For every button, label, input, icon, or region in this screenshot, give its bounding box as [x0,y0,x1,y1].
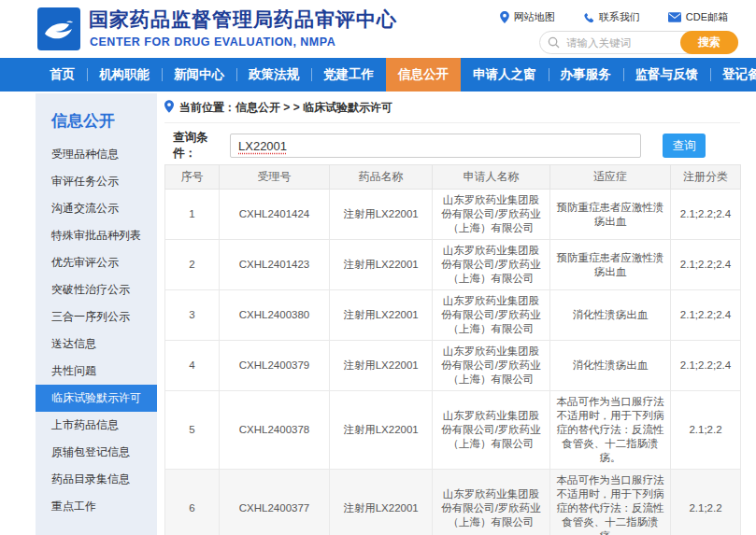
table-row[interactable]: 1CXHL2401424注射用LX22001山东罗欣药业集团股份有限公司/罗欣药… [165,190,741,240]
cell-applicant: 山东罗欣药业集团股份有限公司/罗欣药业（上海）有限公司 [433,341,550,391]
cell-drug-name: 注射用LX22001 [330,240,433,290]
sidebar-list: 受理品种信息审评任务公示沟通交流公示特殊审批品种列表优先审评公示突破性治疗公示三… [36,141,157,520]
search-button[interactable]: 搜索 [680,31,738,54]
sidebar-item-共性问题[interactable]: 共性问题 [36,358,157,385]
cell-applicant: 山东罗欣药业集团股份有限公司/罗欣药业（上海）有限公司 [433,240,550,290]
nav-item-机构职能[interactable]: 机构职能 [87,58,162,92]
query-label: 查询条件： [173,130,230,162]
cell-acceptance-no: CXHL2400377 [220,470,330,535]
cell-category: 2.1;2.2;2.4 [671,190,741,240]
column-header-申请人名称: 申请人名称 [433,165,550,190]
nav-item-信息公开[interactable]: 信息公开 [386,58,461,92]
sidebar-item-原辅包登记信息[interactable]: 原辅包登记信息 [36,439,157,466]
cell-acceptance-no: CXHL2400379 [220,341,330,391]
cell-acceptance-no: CXHL2401424 [220,190,330,240]
cde-logo [37,7,80,50]
sidebar-item-上市药品信息[interactable]: 上市药品信息 [36,412,157,439]
sidebar-item-突破性治疗公示[interactable]: 突破性治疗公示 [36,276,157,303]
sidebar-item-沟通交流公示[interactable]: 沟通交流公示 [36,195,157,222]
nav-item-首页[interactable]: 首页 [37,58,87,92]
sidebar: 信息公开 受理品种信息审评任务公示沟通交流公示特殊审批品种列表优先审评公示突破性… [36,93,157,535]
nav-item-党建工作[interactable]: 党建工作 [311,58,386,92]
cell-no: 5 [165,391,220,470]
cell-drug-name: 注射用LX22001 [330,391,433,470]
cell-category: 2.1;2.2 [671,391,741,470]
map-pin-icon [500,11,509,23]
nav-item-登记备案平台[interactable]: 登记备案平台 [710,58,756,92]
main-nav: 首页机构职能新闻中心政策法规党建工作信息公开申请人之窗办事服务监督与反馈登记备案… [0,58,756,92]
sidebar-item-重点工作[interactable]: 重点工作 [36,493,157,520]
table-row[interactable]: 6CXHL2400377注射用LX22001山东罗欣药业集团股份有限公司/罗欣药… [165,470,741,535]
site-search: 搜索 [539,31,738,54]
cell-category: 2.1;2.2;2.4 [671,341,741,391]
query-button[interactable]: 查询 [663,134,706,158]
cell-no: 3 [165,290,220,341]
nav-item-申请人之窗[interactable]: 申请人之窗 [461,58,549,92]
column-header-适应症: 适应症 [550,165,671,190]
nav-item-新闻中心[interactable]: 新闻中心 [162,58,236,92]
cell-acceptance-no: CXHL2401423 [220,240,330,290]
cell-indication: 预防重症患者应激性溃疡出血 [550,190,671,240]
cell-no: 2 [165,240,220,290]
table-row[interactable]: 3CXHL2400380注射用LX22001山东罗欣药业集团股份有限公司/罗欣药… [165,290,741,341]
sidebar-item-三合一序列公示[interactable]: 三合一序列公示 [36,303,157,331]
cell-applicant: 山东罗欣药业集团股份有限公司/罗欣药业（上海）有限公司 [433,391,550,470]
table-row[interactable]: 4CXHL2400379注射用LX22001山东罗欣药业集团股份有限公司/罗欣药… [165,341,741,391]
cell-applicant: 山东罗欣药业集团股份有限公司/罗欣药业（上海）有限公司 [433,470,550,535]
cell-indication: 消化性溃疡出血 [550,290,671,341]
site-header: 国家药品监督管理局药品审评中心 CENTER FOR DRUG EVALUATI… [0,0,756,58]
search-icon [548,35,560,52]
cell-drug-name: 注射用LX22001 [330,290,433,341]
query-input[interactable]: LX22001 [230,134,641,158]
cde-page: 国家药品监督管理局药品审评中心 CENTER FOR DRUG EVALUATI… [0,0,756,535]
sidebar-item-优先审评公示[interactable]: 优先审评公示 [36,249,157,276]
cell-no: 6 [165,470,220,535]
mailbox-link[interactable]: CDE邮箱 [668,10,728,24]
cell-acceptance-no: CXHL2400380 [220,290,330,341]
contact-link[interactable]: 联系我们 [583,10,640,24]
mail-icon [668,12,681,22]
nav-item-政策法规[interactable]: 政策法规 [236,58,311,92]
sidebar-item-受理品种信息[interactable]: 受理品种信息 [36,141,157,168]
cell-drug-name: 注射用LX22001 [330,341,433,391]
phone-icon [583,12,594,23]
cell-acceptance-no: CXHL2400378 [220,391,330,470]
column-header-注册分类: 注册分类 [671,165,741,190]
cell-applicant: 山东罗欣药业集团股份有限公司/罗欣药业（上海）有限公司 [433,290,550,341]
breadcrumb-text: 当前位置：信息公开 > > 临床试验默示许可 [179,100,392,116]
sidebar-item-药品目录集信息[interactable]: 药品目录集信息 [36,466,157,493]
column-header-序号: 序号 [165,165,220,190]
cell-drug-name: 注射用LX22001 [330,470,433,535]
location-pin-icon [164,100,174,116]
nav-item-监督与反馈[interactable]: 监督与反馈 [623,58,711,92]
results-table: 序号受理号药品名称申请人名称适应症注册分类 1CXHL2401424注射用LX2… [164,164,741,535]
cell-category: 2.1;2.2 [671,470,741,535]
site-subtitle: CENTER FOR DRUG EVALUATION, NMPA [90,35,335,49]
sidebar-item-审评任务公示[interactable]: 审评任务公示 [36,168,157,195]
table-body: 1CXHL2401424注射用LX22001山东罗欣药业集团股份有限公司/罗欣药… [165,190,741,535]
query-row: 查询条件： LX22001 查询 [164,134,740,158]
sidebar-title: 信息公开 [36,93,157,141]
main-nav-list: 首页机构职能新闻中心政策法规党建工作信息公开申请人之窗办事服务监督与反馈登记备案… [0,58,756,92]
sidebar-item-送达信息[interactable]: 送达信息 [36,331,157,358]
cell-indication: 本品可作为当口服疗法不适用时，用于下列病症的替代疗法：反流性食管炎、十二指肠溃疡… [550,391,671,470]
sidebar-item-临床试验默示许可[interactable]: 临床试验默示许可 [36,385,157,412]
cell-no: 1 [165,190,220,240]
cell-no: 4 [165,341,220,391]
table-header-row: 序号受理号药品名称申请人名称适应症注册分类 [165,165,741,190]
table-row[interactable]: 2CXHL2401423注射用LX22001山东罗欣药业集团股份有限公司/罗欣药… [165,240,741,290]
nav-item-办事服务[interactable]: 办事服务 [549,58,623,92]
sitemap-link[interactable]: 网站地图 [500,10,555,24]
cell-indication: 消化性溃疡出血 [550,341,671,391]
sidebar-item-特殊审批品种列表[interactable]: 特殊审批品种列表 [36,222,157,249]
main-content: 当前位置：信息公开 > > 临床试验默示许可 查询条件： LX22001 查询 … [164,93,740,535]
cell-drug-name: 注射用LX22001 [330,190,433,240]
cell-category: 2.1;2.2;2.4 [671,290,741,341]
cell-category: 2.1;2.2;2.4 [671,240,741,290]
query-value: LX22001 [238,139,287,153]
table-row[interactable]: 5CXHL2400378注射用LX22001山东罗欣药业集团股份有限公司/罗欣药… [165,391,741,470]
cell-indication: 本品可作为当口服疗法不适用时，用于下列病症的替代疗法：反流性食管炎、十二指肠溃疡… [550,470,671,535]
cell-applicant: 山东罗欣药业集团股份有限公司/罗欣药业（上海）有限公司 [433,190,550,240]
column-header-药品名称: 药品名称 [330,165,433,190]
cell-indication: 预防重症患者应激性溃疡出血 [550,240,671,290]
